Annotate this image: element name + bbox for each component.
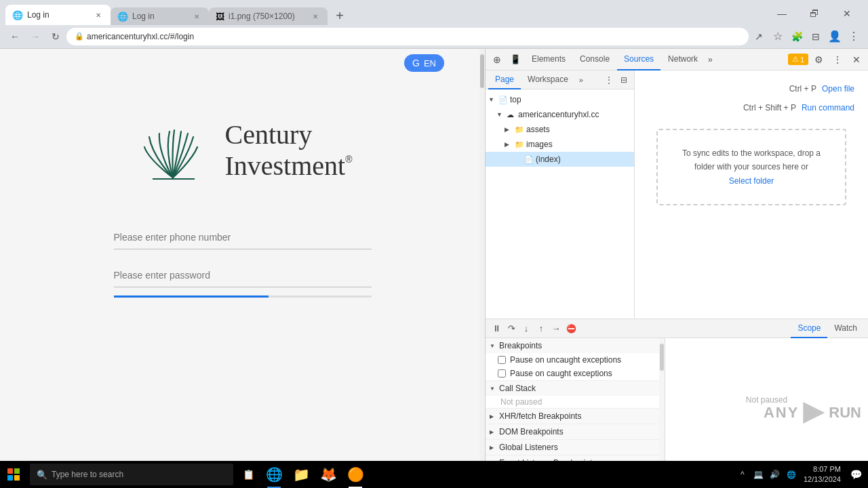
device-toggle-btn[interactable]: 📱	[507, 51, 524, 68]
inspect-element-btn[interactable]: ⊕	[488, 51, 506, 68]
tab-1[interactable]: 🌐 Log in ✕	[5, 5, 111, 25]
back-button[interactable]: ←	[5, 27, 24, 46]
breakpoints-header[interactable]: ▼ Breakpoints	[486, 338, 665, 353]
reload-button[interactable]: ↻	[46, 27, 65, 46]
devtools-tab-console[interactable]: Console	[573, 49, 616, 70]
file-tree-more-actions[interactable]: ⋮	[601, 73, 616, 87]
taskbar-clock[interactable]: 8:07 PM 12/13/2024	[801, 464, 844, 485]
workspace-drop-zone[interactable]: To sync edits to the workspace, drop a f…	[656, 129, 846, 205]
tab-2[interactable]: 🌐 Log in ✕	[111, 7, 209, 25]
tree-item-top[interactable]: ▼ 📄 top	[486, 92, 634, 107]
tab-1-close[interactable]: ✕	[93, 9, 104, 20]
tab-3[interactable]: 🖼 i1.png (750×1200) ✕	[209, 7, 328, 25]
profile-button[interactable]: 👤	[826, 28, 844, 45]
event-header[interactable]: ▶ Event Listener Breakpoints	[486, 455, 665, 461]
taskbar-item-explorer[interactable]: 📁	[288, 461, 315, 488]
xhr-arrow: ▶	[490, 413, 496, 420]
anyrun-text2: RUN	[829, 404, 861, 422]
pause-uncaught-checkbox[interactable]	[498, 356, 506, 364]
deactivate-breakpoints-btn[interactable]: ⛔	[564, 322, 578, 336]
debugger-toolbar: ⏸ ↷ ↓ ↑ → ⛔ Scope Watch	[486, 319, 868, 338]
tray-up-arrow[interactable]: ^	[736, 468, 749, 481]
sidebar-toggle[interactable]: ⊟	[807, 28, 825, 45]
scrollbar-thumb[interactable]	[480, 54, 484, 88]
tree-label-images: images	[526, 140, 553, 149]
tree-arrow-index: ▶	[514, 156, 522, 163]
devtools-more-btn[interactable]: ⋮	[829, 51, 846, 68]
translate-widget[interactable]: G EN	[404, 54, 444, 72]
devtools-tab-sources[interactable]: Sources	[617, 49, 660, 70]
file-tree-tab-page[interactable]: Page	[488, 70, 521, 89]
devtools-close-btn[interactable]: ✕	[848, 51, 865, 68]
file-tree-tab-workspace[interactable]: Workspace	[521, 70, 575, 89]
close-window-button[interactable]: ✕	[831, 3, 863, 24]
global-header[interactable]: ▶ Global Listeners	[486, 440, 665, 455]
shortcut-row-1: Ctrl + P Open file	[648, 84, 854, 94]
dom-header[interactable]: ▶ DOM Breakpoints	[486, 424, 665, 439]
new-tab-button[interactable]: +	[330, 6, 349, 25]
tab-3-favicon: 🖼	[216, 12, 224, 22]
phone-input[interactable]	[114, 225, 372, 249]
file-tree-toggle[interactable]: ⊟	[616, 73, 631, 87]
anyrun-watermark: ANY RUN	[764, 402, 861, 424]
tree-icon-images: 📁	[515, 140, 524, 149]
taskbar-item-firefox[interactable]: 🦊	[315, 461, 342, 488]
devtools-tab-elements[interactable]: Elements	[525, 49, 572, 70]
menu-button[interactable]: ⋮	[845, 28, 863, 45]
debugger-tab-scope[interactable]: Scope	[791, 319, 827, 338]
pause-caught-row: Pause on caught exceptions	[486, 367, 665, 380]
taskbar-search-placeholder: Type here to search	[52, 470, 123, 479]
password-input[interactable]	[114, 263, 372, 287]
devtools-settings-btn[interactable]: ⚙	[810, 51, 827, 68]
start-button[interactable]	[0, 461, 27, 488]
maximize-button[interactable]: 🗗	[799, 3, 830, 24]
file-tree: ▼ 📄 top ▼ ☁ americancenturyhxl.cc ▶	[486, 89, 634, 319]
tray-icon-3[interactable]: 🌐	[785, 468, 798, 481]
shortcut-2-action[interactable]: Run command	[802, 103, 854, 113]
webpage-scrollbar[interactable]	[479, 49, 485, 461]
select-folder-link[interactable]: Select folder	[729, 176, 774, 186]
global-arrow: ▶	[490, 445, 496, 451]
shortcut-1-action[interactable]: Open file	[822, 84, 854, 94]
minimize-button[interactable]: —	[766, 3, 797, 24]
bookmark-button[interactable]: ☆	[769, 28, 787, 45]
tree-item-domain[interactable]: ▼ ☁ americancenturyhxl.cc	[486, 107, 634, 122]
pause-btn[interactable]: ⏸	[490, 322, 503, 336]
file-tree-more-tabs[interactable]: »	[576, 76, 586, 84]
tree-item-index[interactable]: ▶ 📄 (index)	[486, 152, 634, 167]
step-btn[interactable]: →	[549, 322, 563, 336]
step-over-btn[interactable]: ↷	[505, 322, 518, 336]
taskbar-search-box[interactable]: 🔍 Type here to search	[30, 464, 233, 485]
devtools-tab-network[interactable]: Network	[661, 49, 705, 70]
tree-arrow-images: ▶	[505, 141, 513, 148]
xhr-section: ▶ XHR/fetch Breakpoints	[486, 409, 665, 424]
tray-icon-1[interactable]: 💻	[752, 468, 766, 481]
xhr-header[interactable]: ▶ XHR/fetch Breakpoints	[486, 409, 665, 424]
tree-label-domain: americancenturyhxl.cc	[518, 110, 599, 119]
taskbar-item-chrome[interactable]: 🟠	[342, 461, 369, 488]
call-stack-header[interactable]: ▼ Call Stack	[486, 381, 665, 396]
task-view-btn[interactable]: 📋	[236, 462, 260, 487]
tray-icon-2[interactable]: 🔊	[768, 468, 782, 481]
step-into-btn[interactable]: ↓	[519, 322, 533, 336]
devtools-warning-badge[interactable]: ⚠ 1	[788, 54, 808, 65]
devtools-more-tabs[interactable]: »	[705, 49, 715, 70]
tab-2-close[interactable]: ✕	[191, 11, 202, 22]
step-out-btn[interactable]: ↑	[534, 322, 548, 336]
extensions-button[interactable]: 🧩	[788, 28, 806, 45]
tree-item-assets[interactable]: ▶ 📁 assets	[486, 122, 634, 137]
devtools-panel: ⊕ 📱 Elements Console Sources Network »	[485, 49, 868, 461]
forward-button[interactable]: →	[26, 27, 45, 46]
taskbar-item-edge[interactable]: 🌐	[260, 461, 288, 488]
share-button[interactable]: ↗	[750, 28, 768, 45]
notification-btn[interactable]: 💬	[846, 465, 865, 484]
tree-item-images[interactable]: ▶ 📁 images	[486, 137, 634, 152]
debugger-tab-watch[interactable]: Watch	[827, 319, 864, 338]
debugger-scroll-thumb[interactable]	[660, 344, 664, 371]
pause-caught-checkbox[interactable]	[498, 369, 506, 378]
tab-3-close[interactable]: ✕	[310, 11, 321, 22]
tree-icon-index: 📄	[524, 155, 534, 164]
debugger-scrollbar[interactable]	[659, 338, 665, 461]
progress-fill	[114, 296, 269, 298]
address-field[interactable]: 🔒 americancenturyhxl.cc/#/login	[66, 28, 749, 45]
